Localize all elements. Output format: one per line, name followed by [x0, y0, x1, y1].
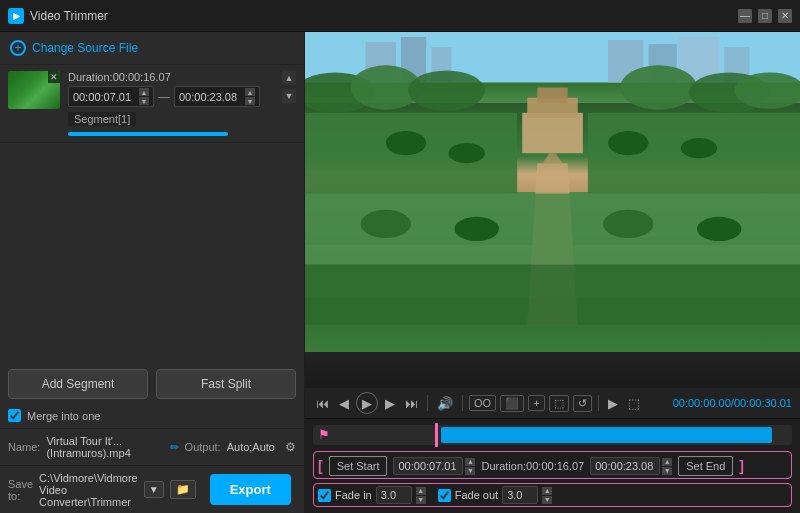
fade-in-checkbox[interactable] — [318, 489, 331, 502]
segment-item: ✕ Duration:00:00:16.07 ▲ ▼ — — [0, 65, 304, 143]
fade-out-down[interactable]: ▼ — [542, 496, 552, 504]
edit-icon[interactable]: ✏ — [170, 441, 179, 454]
trim-duration-label: Duration:00:00:16.07 — [481, 460, 584, 472]
segment-area: ✕ Duration:00:00:16.07 ▲ ▼ — — [0, 65, 304, 213]
playback-controls: ⏮ ◀ ▶ ▶ ⏭ 🔊 OO ⬛ + ⬚ ↺ ▶ ⬚ 00:00:00.00/0… — [305, 387, 800, 418]
end-time-up[interactable]: ▲ — [245, 88, 255, 96]
trim-end-input[interactable] — [590, 457, 660, 475]
window-controls: — □ ✕ — [738, 9, 792, 23]
bottom-bar: Save to: C:\Vidmore\Vidmore Video Conver… — [0, 465, 304, 513]
fast-split-button[interactable]: Fast Split — [156, 369, 296, 399]
start-time-wrap: ▲ ▼ — [68, 86, 154, 107]
fade-out-up[interactable]: ▲ — [542, 487, 552, 495]
maximize-button[interactable]: □ — [758, 9, 772, 23]
loop-button[interactable]: OO — [469, 395, 496, 411]
time-inputs: ▲ ▼ — ▲ ▼ — [68, 86, 280, 107]
segment-scroll-up[interactable]: ▲ — [282, 71, 296, 85]
segment-thumbnail: ✕ — [8, 71, 60, 109]
segment-scroll-down[interactable]: ▼ — [282, 89, 296, 103]
app-title: Video Trimmer — [30, 9, 738, 23]
segment-actions: Add Segment Fast Split — [0, 361, 304, 407]
time-current: 00:00:00.00 — [673, 397, 731, 409]
export-button[interactable]: Export — [210, 474, 291, 505]
skip-start-button[interactable]: ⏮ — [313, 394, 332, 413]
gear-icon[interactable]: ⚙ — [285, 440, 296, 454]
close-button[interactable]: ✕ — [778, 9, 792, 23]
app-icon: ▶ — [8, 8, 24, 24]
trim-start-input[interactable] — [393, 457, 463, 475]
screen-fit-button[interactable]: ⬛ — [500, 395, 524, 412]
fade-in-value[interactable] — [376, 486, 412, 504]
segment-info: Duration:00:00:16.07 ▲ ▼ — — [68, 71, 280, 136]
merge-checkbox[interactable] — [8, 409, 21, 422]
main-layout: + Change Source File ✕ Duration:00:00:16… — [0, 32, 800, 513]
fade-out-label: Fade out — [455, 489, 498, 501]
volume-button[interactable]: 🔊 — [434, 394, 456, 413]
step-forward-button[interactable]: ▶ — [382, 394, 398, 413]
start-time-up[interactable]: ▲ — [139, 88, 149, 96]
add-clip-button[interactable]: + — [528, 395, 544, 411]
time-display: 00:00:00.00/00:00:30.01 — [673, 397, 792, 409]
ctrl-separator-3 — [598, 395, 599, 411]
title-bar: ▶ Video Trimmer — □ ✕ — [0, 0, 800, 32]
end-time-spinners: ▲ ▼ — [245, 88, 255, 105]
play-pause-button[interactable]: ▶ — [356, 392, 378, 414]
fade-out-checkbox[interactable] — [438, 489, 451, 502]
play2-button[interactable]: ▶ — [605, 394, 621, 413]
file-name: Virtual Tour It'...(Intramuros).mp4 — [46, 435, 163, 459]
start-time-down[interactable]: ▼ — [139, 97, 149, 105]
timeline-track[interactable]: ⚑ — [313, 425, 792, 445]
fade-in-down[interactable]: ▼ — [416, 496, 426, 504]
time-total: 00:00:30.01 — [734, 397, 792, 409]
rotate-button[interactable]: ↺ — [573, 395, 592, 412]
set-start-button[interactable]: Set Start — [329, 456, 388, 476]
file-row: Name: Virtual Tour It'...(Intramuros).mp… — [0, 428, 304, 465]
right-panel: ⏮ ◀ ▶ ▶ ⏭ 🔊 OO ⬛ + ⬚ ↺ ▶ ⬚ 00:00:00.00/0… — [305, 32, 800, 513]
timeline-flag-icon: ⚑ — [318, 427, 330, 442]
change-source-button[interactable]: + Change Source File — [0, 32, 304, 65]
bracket-right-icon: ] — [739, 458, 744, 474]
timeline-playhead[interactable] — [435, 423, 438, 447]
save-dropdown-button[interactable]: ▼ — [144, 481, 164, 498]
set-end-button[interactable]: Set End — [678, 456, 733, 476]
add-segment-button[interactable]: Add Segment — [8, 369, 148, 399]
fade-out-item: Fade out ▲ ▼ — [438, 486, 552, 504]
trim-start-down[interactable]: ▼ — [465, 467, 475, 475]
change-source-label: Change Source File — [32, 41, 138, 55]
save-path: C:\Vidmore\Vidmore Video Converter\Trimm… — [39, 472, 138, 508]
merge-row: Merge into one — [0, 407, 304, 428]
fade-out-value[interactable] — [502, 486, 538, 504]
trim-controls-row: [ Set Start ▲ ▼ Duration:00:00:16.07 ▲ ▼ — [313, 451, 792, 479]
plus-icon: + — [10, 40, 26, 56]
trim-end-down[interactable]: ▼ — [662, 467, 672, 475]
frames-button[interactable]: ⬚ — [625, 394, 643, 413]
trim-start-input-wrap: ▲ ▼ — [393, 457, 475, 475]
fade-controls-row: Fade in ▲ ▼ Fade out ▲ ▼ — [313, 483, 792, 507]
minimize-button[interactable]: — — [738, 9, 752, 23]
video-preview — [305, 32, 800, 387]
fade-in-label: Fade in — [335, 489, 372, 501]
segment-close-button[interactable]: ✕ — [48, 71, 60, 83]
output-label: Output: — [185, 441, 221, 453]
trim-end-up[interactable]: ▲ — [662, 458, 672, 466]
timeline-filled-region — [441, 427, 772, 443]
step-back-button[interactable]: ◀ — [336, 394, 352, 413]
end-time-input[interactable] — [179, 91, 243, 103]
ctrl-separator-1 — [427, 395, 428, 411]
fade-in-item: Fade in ▲ ▼ — [318, 486, 426, 504]
ctrl-separator-2 — [462, 395, 463, 411]
segment-progress-bar — [68, 132, 228, 136]
skip-end-button[interactable]: ⏭ — [402, 394, 421, 413]
screenshot-button[interactable]: ⬚ — [549, 395, 569, 412]
segment-label: Segment[1] — [68, 112, 136, 126]
fade-in-up[interactable]: ▲ — [416, 487, 426, 495]
start-time-spinners: ▲ ▼ — [139, 88, 149, 105]
output-value: Auto;Auto — [227, 441, 275, 453]
end-time-wrap: ▲ ▼ — [174, 86, 260, 107]
save-label: Save to: — [8, 478, 33, 502]
end-time-down[interactable]: ▼ — [245, 97, 255, 105]
dash-separator: — — [158, 90, 170, 104]
trim-start-up[interactable]: ▲ — [465, 458, 475, 466]
start-time-input[interactable] — [73, 91, 137, 103]
folder-icon-button[interactable]: 📁 — [170, 480, 196, 499]
